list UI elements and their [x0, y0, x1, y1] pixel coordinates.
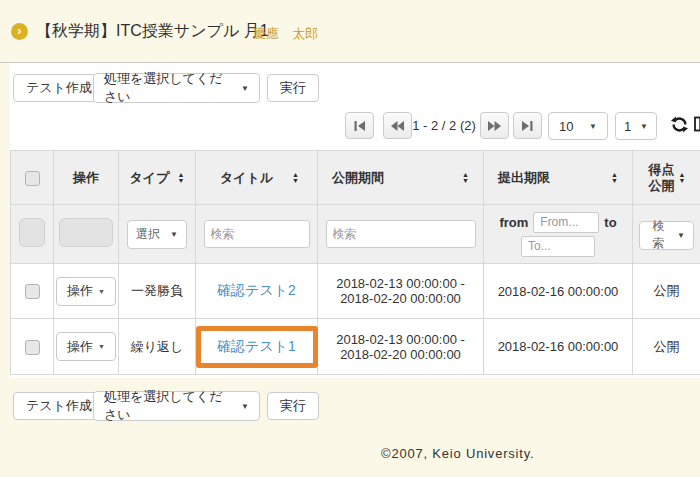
process-select-top[interactable]: 処理を選択してください ▼ [93, 73, 260, 103]
table-filter-row: 選択 ▼ from to [11, 205, 700, 264]
row-operation-button[interactable]: 操作 ▼ [56, 277, 116, 306]
row-period-cell: 2018-02-13 00:00:00 - 2018-02-20 00:00:0… [318, 319, 484, 375]
prev-page-icon [391, 121, 404, 131]
due-from-input[interactable] [533, 212, 599, 233]
sort-icon[interactable]: ▲▼ [292, 172, 299, 184]
col-header-type: タイプ [130, 169, 170, 187]
process-select-value: 処理を選択してください [104, 388, 233, 424]
page-title: 【秋学期】ITC授業サンプル 月1 [36, 21, 269, 42]
test-title-link[interactable]: 確認テスト1 [217, 338, 296, 354]
title-search-input[interactable] [204, 220, 310, 248]
to-label: to [604, 215, 616, 230]
due-to-input[interactable] [521, 236, 595, 257]
page-number-value: 1 [624, 119, 631, 134]
row-type-cell: 繰り返し [119, 319, 196, 375]
create-test-button-bottom[interactable]: テスト作成 [13, 392, 105, 420]
first-page-button[interactable] [345, 112, 374, 139]
create-test-button-top[interactable]: テスト作成 [13, 74, 105, 102]
per-page-select[interactable]: 10 ▼ [548, 112, 608, 140]
col-header-due: 提出期限 [498, 169, 550, 187]
col-header-score: 得点公開 [648, 162, 676, 194]
filter-disabled-box [19, 218, 45, 247]
period-search-input[interactable] [326, 220, 476, 248]
type-filter-select[interactable]: 選択 ▼ [127, 220, 187, 249]
col-header-operation: 操作 [73, 170, 99, 185]
caret-down-icon: ▼ [241, 402, 249, 411]
table-row: 操作 ▼ 繰り返し 確認テスト1 2018-02-13 00:00:00 - 2… [11, 319, 700, 375]
refresh-icon[interactable] [671, 116, 688, 137]
row-due-cell: 2018-02-16 00:00:00 [484, 319, 633, 375]
row-type-cell: 一発勝負 [119, 264, 196, 319]
filter-disabled-box [59, 218, 113, 247]
next-page-button[interactable] [480, 112, 509, 139]
caret-down-icon: ▼ [98, 288, 105, 295]
select-all-checkbox[interactable] [25, 171, 40, 186]
pagination-range: 1 - 2 / 2 (2) [411, 112, 477, 139]
execute-button-bottom[interactable]: 実行 [267, 392, 319, 420]
col-header-title: タイトル [220, 169, 273, 187]
copyright-text: ©2007, Keio University. [381, 446, 534, 461]
caret-down-icon: ▼ [170, 230, 178, 239]
sort-icon[interactable]: ▲▼ [611, 172, 618, 184]
row-operation-button[interactable]: 操作 ▼ [56, 332, 116, 361]
row-checkbox[interactable] [25, 284, 40, 299]
first-page-icon [354, 121, 365, 131]
tests-table: 操作 タイプ ▲▼ タイトル ▲▼ 公開期間 ▲▼ [10, 150, 700, 375]
page-number-select[interactable]: 1 ▼ [615, 112, 657, 140]
next-page-icon [488, 121, 501, 131]
test-title-link[interactable]: 確認テスト2 [217, 282, 296, 298]
per-page-value: 10 [559, 119, 573, 134]
row-due-cell: 2018-02-16 00:00:00 [484, 264, 633, 319]
column-settings-icon[interactable] [694, 116, 700, 136]
row-checkbox[interactable] [25, 340, 40, 355]
caret-down-icon: ▼ [589, 122, 597, 131]
row-score-cell: 公開 [633, 319, 700, 375]
process-select-value: 処理を選択してください [104, 70, 233, 106]
caret-down-icon: ▼ [98, 343, 105, 350]
caret-down-icon: ▼ [640, 122, 648, 131]
execute-button-top[interactable]: 実行 [267, 74, 319, 102]
process-select-bottom[interactable]: 処理を選択してください ▼ [93, 391, 260, 421]
score-filter-select[interactable]: 検索 ▼ [639, 221, 694, 250]
col-header-period: 公開期間 [332, 169, 384, 187]
table-header-row: 操作 タイプ ▲▼ タイトル ▲▼ 公開期間 ▲▼ [11, 151, 700, 205]
last-page-button[interactable] [513, 112, 542, 139]
sort-icon[interactable]: ▲▼ [462, 172, 469, 184]
user-name: 慶應 太郎 [253, 25, 318, 43]
lms-test-list-page: › 【秋学期】ITC授業サンプル 月1 慶應 太郎 テスト作成 処理を選択してく… [0, 0, 700, 477]
table-row: 操作 ▼ 一発勝負 確認テスト2 2018-02-13 00:00:00 - 2… [11, 264, 700, 319]
sort-icon[interactable]: ▲▼ [177, 172, 184, 184]
row-period-cell: 2018-02-13 00:00:00 - 2018-02-20 00:00:0… [318, 264, 484, 319]
prev-page-button[interactable] [383, 112, 412, 139]
from-label: from [499, 215, 528, 230]
sort-icon[interactable]: ▲▼ [679, 172, 686, 184]
row-score-cell: 公開 [633, 264, 700, 319]
chevron-right-icon: › [11, 23, 28, 40]
caret-down-icon: ▼ [241, 84, 249, 93]
caret-down-icon: ▼ [677, 231, 685, 240]
last-page-icon [522, 121, 533, 131]
